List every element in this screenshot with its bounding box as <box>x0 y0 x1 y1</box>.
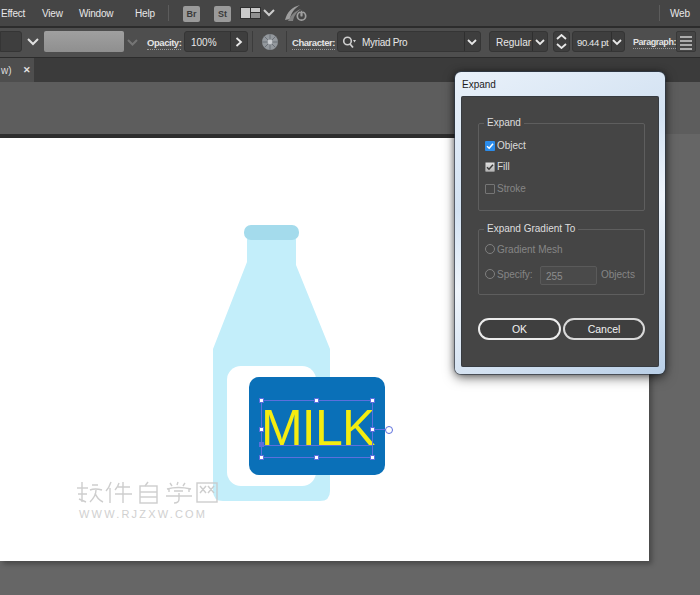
svg-text:WWW.RJZXW.COM: WWW.RJZXW.COM <box>79 508 207 520</box>
